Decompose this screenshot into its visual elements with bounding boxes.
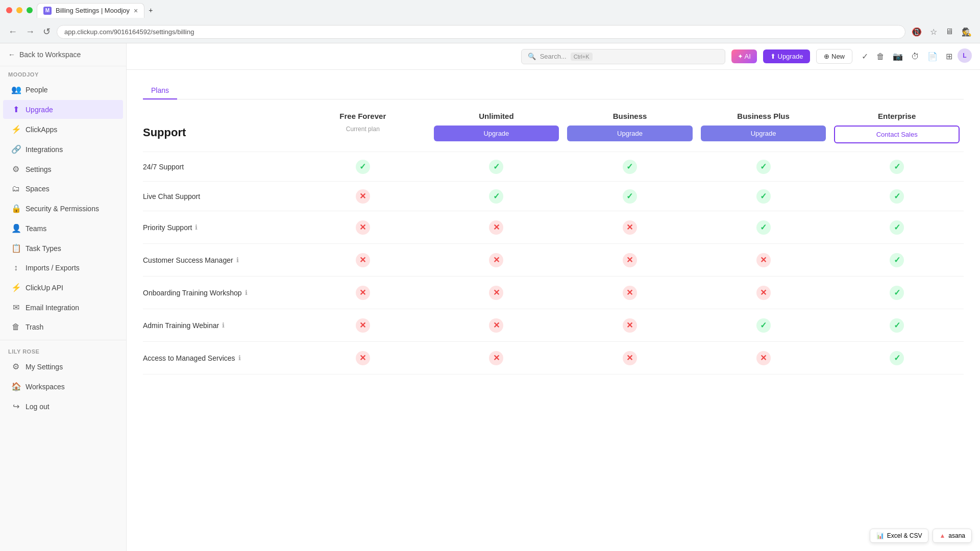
x-icon: ✕ [356, 253, 370, 267]
ai-button[interactable]: ✦ AI [731, 49, 757, 63]
info-icon[interactable]: ℹ [238, 348, 241, 368]
sidebar-item-spaces[interactable]: 🗂 Spaces [3, 180, 123, 198]
check-icon: ✓ [756, 160, 771, 174]
device-icon[interactable]: 🖥 [943, 25, 955, 38]
feature-cell: ✕ [563, 253, 697, 267]
plan-col-business: Business Upgrade [563, 112, 697, 143]
x-icon: ✕ [489, 253, 503, 267]
x-icon: ✕ [489, 318, 503, 333]
excel-icon: 📊 [876, 532, 884, 539]
check-icon: ✓ [890, 220, 904, 235]
sidebar-item-clickapps[interactable]: ⚡ ClickApps [3, 120, 123, 139]
window-controls[interactable] [6, 7, 33, 13]
sidebar-item-log-out[interactable]: ↪ Log out [3, 397, 123, 416]
feature-cell: ✓ [697, 189, 830, 204]
feature-cell: ✓ [830, 253, 964, 267]
x-icon: ✕ [356, 318, 370, 333]
close-window-btn[interactable] [6, 7, 12, 13]
sidebar-item-people-label: People [26, 86, 48, 94]
email-icon: ✉ [11, 303, 20, 312]
check-icon: ✓ [890, 189, 904, 204]
feature-cell: ✕ [563, 220, 697, 235]
feature-cell: ✓ [296, 160, 430, 174]
sidebar-item-clickup-api[interactable]: ⚡ ClickUp API [3, 278, 123, 297]
sidebar-item-trash[interactable]: 🗑 Trash [3, 318, 123, 336]
back-nav-btn[interactable]: ← [6, 24, 19, 39]
checkmark-nav-icon[interactable]: ✓ [859, 48, 871, 64]
sidebar-item-task-types[interactable]: 📋 Task Types [3, 239, 123, 258]
table-row: Customer Success Managerℹ✕✕✕✕✓ [143, 243, 964, 276]
feature-cell: ✓ [430, 189, 564, 204]
x-icon: ✕ [623, 286, 637, 300]
table-row: 24/7 Support✓✓✓✓✓ [143, 152, 964, 181]
my-settings-icon: ⚙ [11, 362, 20, 371]
close-tab-btn[interactable]: × [134, 7, 138, 15]
sidebar-item-imports[interactable]: ↕ Imports / Exports [3, 259, 123, 277]
sidebar-item-integrations[interactable]: 🔗 Integrations [3, 140, 123, 159]
incognito-btn[interactable]: 🕵 [960, 25, 974, 39]
minimize-window-btn[interactable] [16, 7, 22, 13]
bottom-integrations: 📊 Excel & CSV ▲ asana [870, 529, 972, 543]
grid-nav-icon[interactable]: ⊞ [943, 48, 955, 64]
asana-btn[interactable]: ▲ asana [933, 529, 972, 543]
maximize-window-btn[interactable] [27, 7, 33, 13]
table-row: Onboarding Training Workshopℹ✕✕✕✕✓ [143, 276, 964, 309]
doc-nav-icon[interactable]: 📄 [924, 48, 941, 64]
forward-nav-btn[interactable]: → [23, 24, 37, 39]
imports-icon: ↕ [11, 263, 20, 272]
plan-name-unlimited: Unlimited [479, 112, 513, 120]
bookmark-icon[interactable]: ☆ [928, 25, 939, 39]
settings-icon: ⚙ [11, 164, 20, 174]
feature-cell: ✕ [430, 351, 564, 365]
upgrade-unlimited-btn[interactable]: Upgrade [434, 126, 559, 141]
new-button[interactable]: ⊕ New [816, 49, 852, 64]
camera-nav-icon[interactable]: 📷 [890, 48, 906, 64]
add-tab-btn[interactable]: + [149, 6, 153, 14]
table-row: Admin Training Webinarℹ✕✕✕✓✓ [143, 309, 964, 341]
integrations-icon: 🔗 [11, 144, 20, 154]
address-bar[interactable]: app.clickup.com/9016164592/settings/bill… [57, 25, 905, 39]
camera-off-icon[interactable]: 📵 [910, 25, 924, 39]
feature-cell: ✓ [830, 286, 964, 300]
sidebar-item-workspaces[interactable]: 🏠 Workspaces [3, 377, 123, 396]
info-icon[interactable]: ℹ [245, 283, 248, 303]
upgrade-business-btn[interactable]: Upgrade [567, 126, 693, 141]
info-icon[interactable]: ℹ [236, 250, 239, 270]
info-icon[interactable]: ℹ [222, 315, 225, 335]
x-icon: ✕ [623, 318, 637, 333]
info-icon[interactable]: ℹ [195, 217, 198, 237]
x-icon: ✕ [756, 351, 771, 365]
sidebar-item-email-integration[interactable]: ✉ Email Integration [3, 298, 123, 317]
tab-plans[interactable]: Plans [143, 82, 177, 99]
sidebar-item-people[interactable]: 👥 People [3, 80, 123, 99]
table-row: Live Chat Support✕✓✓✓✓ [143, 181, 964, 211]
check-icon: ✓ [489, 189, 503, 204]
sidebar-item-my-settings[interactable]: ⚙ My Settings [3, 357, 123, 376]
trash-nav-icon[interactable]: 🗑 [873, 48, 888, 64]
sidebar: ← Back to Workspace MOODJOY 👥 People ⬆ U… [0, 43, 127, 551]
contact-sales-btn[interactable]: Contact Sales [834, 126, 960, 143]
x-icon: ✕ [356, 189, 370, 204]
sidebar-item-teams[interactable]: 👤 Teams [3, 219, 123, 238]
search-bar[interactable]: 🔍 Search... Ctrl+K [521, 49, 725, 64]
people-icon: 👥 [11, 85, 20, 94]
sidebar-item-email-label: Email Integration [26, 304, 79, 312]
upgrade-top-button[interactable]: ⬆ Upgrade [763, 49, 810, 63]
back-to-workspace-btn[interactable]: ← Back to Workspace [0, 43, 126, 66]
profile-nav-icon[interactable]: L [958, 48, 972, 63]
task-types-icon: 📋 [11, 243, 20, 253]
sidebar-item-upgrade[interactable]: ⬆ Upgrade [3, 100, 123, 119]
feature-cell: ✕ [296, 318, 430, 333]
search-placeholder: Search... [540, 53, 567, 60]
excel-csv-btn[interactable]: 📊 Excel & CSV [870, 529, 929, 543]
check-icon: ✓ [756, 189, 771, 204]
clock-nav-icon[interactable]: ⏱ [908, 48, 922, 64]
sidebar-item-settings-label: Settings [26, 165, 52, 173]
sidebar-item-security[interactable]: 🔒 Security & Permissions [3, 199, 123, 218]
browser-tab[interactable]: M Billing Settings | Moodjoy × [37, 3, 144, 18]
refresh-btn[interactable]: ↺ [41, 24, 53, 39]
x-icon: ✕ [623, 253, 637, 267]
upgrade-business-plus-btn[interactable]: Upgrade [701, 126, 826, 141]
sidebar-item-settings[interactable]: ⚙ Settings [3, 160, 123, 179]
plans-header-row: Support Free Forever Current plan Unlimi… [143, 112, 964, 143]
